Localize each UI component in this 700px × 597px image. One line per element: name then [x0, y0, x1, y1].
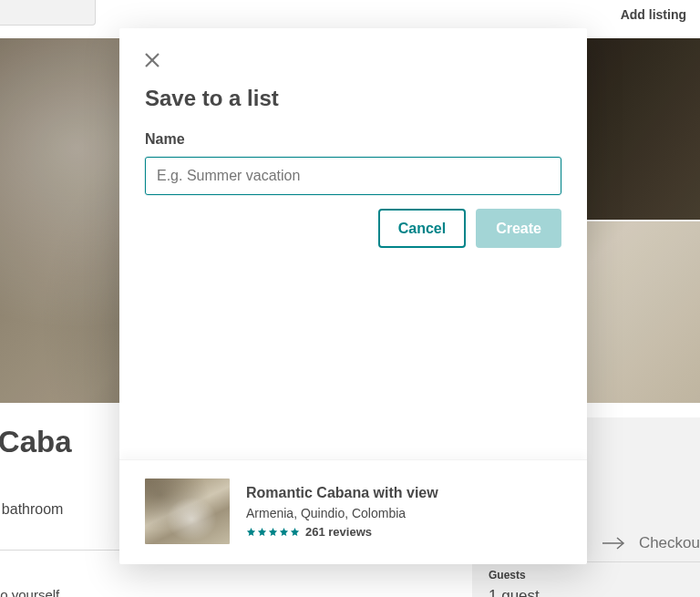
footer-listing-rating: 261 reviews [246, 525, 438, 539]
star-icon [257, 527, 267, 537]
rating-stars [246, 527, 300, 537]
star-icon [268, 527, 278, 537]
close-icon [145, 53, 160, 67]
modal-title: Save to a list [145, 86, 561, 111]
name-field-label: Name [145, 131, 561, 148]
save-list-modal: Save to a list Name Cancel Create Romant… [119, 28, 587, 564]
reviews-count: 261 reviews [305, 525, 372, 539]
star-icon [290, 527, 300, 537]
listing-thumbnail [145, 479, 230, 544]
create-button[interactable]: Create [476, 209, 561, 248]
star-icon [246, 527, 256, 537]
star-icon [279, 527, 289, 537]
footer-listing-title: Romantic Cabana with view [246, 485, 438, 501]
cancel-button[interactable]: Cancel [378, 209, 466, 248]
modal-footer: Romantic Cabana with view Armenia, Quind… [119, 459, 587, 564]
list-name-input[interactable] [145, 157, 561, 195]
footer-listing-location: Armenia, Quindio, Colombia [246, 506, 438, 520]
close-button[interactable] [145, 53, 161, 69]
